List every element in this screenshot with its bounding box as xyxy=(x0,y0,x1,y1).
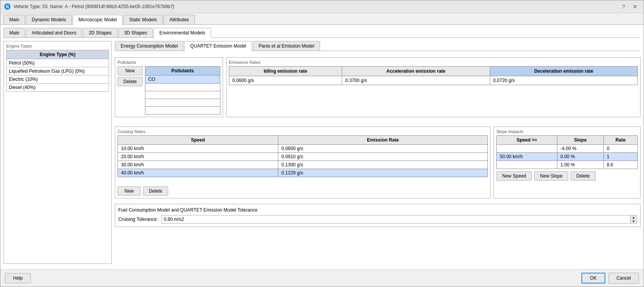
idling-header: Idling emission rate xyxy=(229,67,342,76)
cruising-button-row: New Delete xyxy=(118,186,488,196)
emissions-table: Idling emission rate Acceleration emissi… xyxy=(229,66,638,85)
cruising-speed-1: 10.00 km/h xyxy=(118,145,278,153)
table-row[interactable] xyxy=(145,91,220,99)
table-row[interactable]: Liquefied Petroleum Gas (LPG) (0%) xyxy=(7,67,109,75)
acceleration-header: Acceleration emission rate xyxy=(342,67,490,76)
pollutants-new-button[interactable]: New xyxy=(118,66,143,75)
engine-type-petrol: Petrol (50%) xyxy=(7,59,109,67)
table-row[interactable]: CO xyxy=(145,75,220,84)
table-row[interactable]: -4.00 % 0 xyxy=(497,145,638,153)
ok-button[interactable]: OK xyxy=(581,273,605,284)
bottom-layout: Cruising Rates Speed Emission Rate xyxy=(115,126,641,198)
sub-tab-articulated[interactable]: Articulated and Doors xyxy=(26,28,82,38)
table-row[interactable]: 1.00 % 8.6 xyxy=(497,161,638,169)
engine-types-panel: Engine Types Engine Type (%) Petrol (50%… xyxy=(3,41,112,264)
cruising-new-button[interactable]: New xyxy=(118,186,141,196)
close-button[interactable]: ✕ xyxy=(630,3,640,10)
cruising-rate-2: 0.0910 g/s xyxy=(278,153,488,161)
cancel-button[interactable]: Cancel xyxy=(608,273,639,284)
spin-up-button[interactable]: ▲ xyxy=(630,215,637,219)
engine-types-title: Engine Types xyxy=(6,44,109,48)
idling-value: 0.0600 g/s xyxy=(229,76,342,85)
table-row[interactable]: 10.00 km/h 0.0600 g/s xyxy=(118,145,488,153)
engine-type-lpg: Liquefied Petroleum Gas (LPG) (0%) xyxy=(7,67,109,75)
table-row[interactable]: 50.00 km/h 0.00 % 1 xyxy=(497,153,638,161)
top-section: Pollutants New Delete Pollutants xyxy=(115,57,641,120)
sub-tab-main[interactable]: Main xyxy=(3,28,25,38)
cruising-rate-1: 0.0600 g/s xyxy=(278,145,488,153)
slope-button-row: New Speed New Slope Delete xyxy=(496,171,638,181)
slope-delete-button[interactable]: Delete xyxy=(571,171,596,181)
app-icon: N xyxy=(4,3,10,10)
window-title: Vehicle Type: 53, Name: A - Petrol {9006… xyxy=(14,4,174,9)
tab-panis-emission[interactable]: Panis et al Emission Model xyxy=(253,41,320,51)
tab-microscopic-model[interactable]: Microscopic Model xyxy=(73,15,123,25)
table-row[interactable]: Petrol (50%) xyxy=(7,59,109,67)
title-bar-right: ? ✕ xyxy=(620,3,640,10)
fuel-section-title: Fuel Consumption Model and QUARTET Emiss… xyxy=(118,207,637,213)
help-button[interactable]: ? xyxy=(620,3,627,10)
sub-tab-environmental[interactable]: Environmental Models xyxy=(153,28,211,38)
cruising-speed-2: 20.00 km/h xyxy=(118,153,278,161)
tab-dynamic-models[interactable]: Dynamic Models xyxy=(26,15,72,24)
slope-rate-1: 0 xyxy=(603,145,637,153)
table-row[interactable] xyxy=(145,107,220,114)
empty-cell xyxy=(145,91,220,99)
tab-main[interactable]: Main xyxy=(3,15,25,24)
table-row[interactable]: Electric (10%) xyxy=(7,75,109,84)
empty-cell xyxy=(145,84,220,91)
slope-rate-header: Rate xyxy=(603,136,637,145)
pollutants-column-header: Pollutants xyxy=(145,67,220,75)
engine-types-table: Engine Type (%) Petrol (50%) Liquefied P… xyxy=(6,50,109,92)
sub-tab-3d-shapes[interactable]: 3D Shapes xyxy=(118,28,153,38)
help-button[interactable]: Help xyxy=(5,273,31,283)
fuel-section: Fuel Consumption Model and QUARTET Emiss… xyxy=(115,204,641,227)
slope-speed-3 xyxy=(497,161,557,169)
table-row[interactable] xyxy=(145,99,220,107)
slope-slope-header: Slope xyxy=(557,136,603,145)
tab-static-models[interactable]: Static Models xyxy=(123,15,163,24)
cruising-tolerance-label: Cruising Tolerance: xyxy=(118,217,158,222)
table-row[interactable] xyxy=(145,84,220,91)
engine-type-diesel: Diesel (40%) xyxy=(7,84,109,92)
slope-slope-1: -4.00 % xyxy=(557,145,603,153)
table-row[interactable]: 40.00 km/h 0.1229 g/s xyxy=(118,169,488,177)
spin-buttons: ▲ ▼ xyxy=(630,215,637,223)
new-slope-button[interactable]: New Slope xyxy=(534,171,568,181)
pollutants-delete-button[interactable]: Delete xyxy=(118,77,143,86)
tab-energy-consumption[interactable]: Energy Consumption Model xyxy=(115,41,184,51)
slope-table: Speed >= Slope Rate -4.00 % 0 xyxy=(496,135,638,169)
emissions-section: Emissions Rates Idling emission rate Acc… xyxy=(226,57,641,117)
speed-column-header: Speed xyxy=(118,136,278,145)
emission-rate-column-header: Emission Rate xyxy=(278,136,488,145)
pollutants-buttons: New Delete xyxy=(118,66,143,86)
tab-attributes[interactable]: Attributes xyxy=(164,15,195,24)
slope-impacts-label: Slope Impacts xyxy=(496,129,638,134)
sub-tab-2d-shapes[interactable]: 2D Shapes xyxy=(83,28,117,38)
content-area: Main Articulated and Doors 2D Shapes 3D … xyxy=(0,25,644,269)
emissions-rates-label: Emissions Rates xyxy=(229,60,638,65)
spin-down-button[interactable]: ▼ xyxy=(630,219,637,223)
table-row[interactable]: Diesel (40%) xyxy=(7,84,109,92)
model-tab-bar: Energy Consumption Model QUARTET Emissio… xyxy=(115,41,641,51)
slope-speed-header: Speed >= xyxy=(497,136,557,145)
new-speed-button[interactable]: New Speed xyxy=(496,171,532,181)
tab-quartet-emission[interactable]: QUARTET Emission Model xyxy=(184,41,252,51)
cruising-tolerance-input[interactable] xyxy=(162,215,630,223)
slope-speed-1 xyxy=(497,145,557,153)
table-row[interactable]: 0.0600 g/s 0.3700 g/s 0.0720 g/s xyxy=(229,76,638,85)
engine-type-column-header: Engine Type (%) xyxy=(7,50,109,59)
table-row[interactable]: 30.00 km/h 0.1300 g/s xyxy=(118,161,488,169)
cruising-tolerance-input-wrapper: ▲ ▼ xyxy=(161,215,637,224)
slope-impacts-section: Slope Impacts Speed >= Slope Rate xyxy=(494,126,641,198)
cruising-speed-3: 30.00 km/h xyxy=(118,161,278,169)
cruising-rates-label: Cruising Rates xyxy=(118,129,488,134)
slope-speed-2: 50.00 km/h xyxy=(497,153,557,161)
pollutants-label: Pollutants xyxy=(118,60,220,65)
sub-tab-bar: Main Articulated and Doors 2D Shapes 3D … xyxy=(3,28,641,38)
empty-cell xyxy=(145,107,220,114)
engine-type-electric: Electric (10%) xyxy=(7,75,109,84)
cruising-delete-button[interactable]: Delete xyxy=(143,186,168,196)
table-row[interactable]: 20.00 km/h 0.0910 g/s xyxy=(118,153,488,161)
footer: Help OK Cancel xyxy=(0,269,644,287)
